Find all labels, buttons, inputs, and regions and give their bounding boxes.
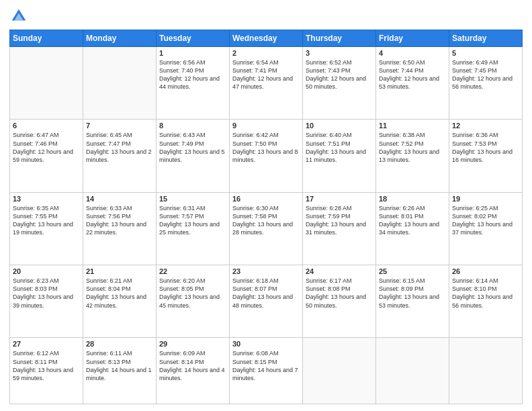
- calendar-cell: 22Sunrise: 6:20 AM Sunset: 8:05 PM Dayli…: [157, 265, 230, 338]
- calendar-table: SundayMondayTuesdayWednesdayThursdayFrid…: [9, 30, 523, 404]
- page: SundayMondayTuesdayWednesdayThursdayFrid…: [0, 0, 532, 411]
- calendar-cell: 2Sunrise: 6:54 AM Sunset: 7:41 PM Daylig…: [230, 47, 303, 120]
- day-number: 18: [379, 195, 446, 203]
- day-number: 6: [13, 122, 80, 130]
- calendar-cell: 26Sunrise: 6:14 AM Sunset: 8:10 PM Dayli…: [449, 265, 523, 338]
- day-number: 25: [379, 267, 446, 275]
- cell-info: Sunrise: 6:17 AM Sunset: 8:08 PM Dayligh…: [306, 277, 373, 310]
- calendar-cell: [83, 47, 157, 120]
- cell-info: Sunrise: 6:15 AM Sunset: 8:09 PM Dayligh…: [379, 277, 446, 310]
- day-number: 5: [452, 49, 519, 57]
- day-number: 22: [159, 267, 226, 275]
- day-number: 7: [86, 122, 153, 130]
- calendar-cell: 27Sunrise: 6:12 AM Sunset: 8:11 PM Dayli…: [10, 338, 83, 404]
- calendar-cell: 7Sunrise: 6:45 AM Sunset: 7:47 PM Daylig…: [83, 120, 157, 192]
- day-number: 28: [86, 340, 153, 348]
- day-number: 8: [159, 122, 226, 130]
- cell-info: Sunrise: 6:12 AM Sunset: 8:11 PM Dayligh…: [13, 349, 80, 382]
- day-number: 2: [232, 49, 300, 57]
- logo-icon: [9, 7, 28, 26]
- cell-info: Sunrise: 6:47 AM Sunset: 7:46 PM Dayligh…: [13, 131, 80, 164]
- calendar-cell: 30Sunrise: 6:08 AM Sunset: 8:15 PM Dayli…: [230, 338, 303, 404]
- day-number: 20: [13, 267, 80, 275]
- day-number: 12: [452, 122, 519, 130]
- cell-info: Sunrise: 6:09 AM Sunset: 8:14 PM Dayligh…: [159, 349, 226, 382]
- cell-info: Sunrise: 6:31 AM Sunset: 7:57 PM Dayligh…: [159, 204, 226, 237]
- calendar-cell: [10, 47, 83, 120]
- cell-info: Sunrise: 6:25 AM Sunset: 8:02 PM Dayligh…: [452, 204, 519, 237]
- cell-info: Sunrise: 6:52 AM Sunset: 7:43 PM Dayligh…: [306, 58, 373, 91]
- day-number: 24: [306, 267, 373, 275]
- logo: [9, 7, 31, 26]
- day-number: 26: [452, 267, 519, 275]
- cell-info: Sunrise: 6:28 AM Sunset: 7:59 PM Dayligh…: [306, 204, 373, 237]
- cell-info: Sunrise: 6:30 AM Sunset: 7:58 PM Dayligh…: [232, 204, 300, 237]
- weekday-header-thursday: Thursday: [303, 30, 376, 47]
- day-number: 1: [159, 49, 226, 57]
- day-number: 10: [306, 122, 373, 130]
- cell-info: Sunrise: 6:35 AM Sunset: 7:55 PM Dayligh…: [13, 204, 80, 237]
- weekday-header-friday: Friday: [376, 30, 449, 47]
- weekday-header-row: SundayMondayTuesdayWednesdayThursdayFrid…: [10, 30, 523, 47]
- calendar-cell: 3Sunrise: 6:52 AM Sunset: 7:43 PM Daylig…: [303, 47, 376, 120]
- calendar-cell: 14Sunrise: 6:33 AM Sunset: 7:56 PM Dayli…: [83, 192, 157, 265]
- day-number: 13: [13, 195, 80, 203]
- day-number: 11: [379, 122, 446, 130]
- day-number: 30: [232, 340, 300, 348]
- weekday-header-tuesday: Tuesday: [157, 30, 230, 47]
- weekday-header-wednesday: Wednesday: [230, 30, 303, 47]
- cell-info: Sunrise: 6:21 AM Sunset: 8:04 PM Dayligh…: [86, 277, 153, 310]
- week-row-3: 13Sunrise: 6:35 AM Sunset: 7:55 PM Dayli…: [10, 192, 523, 265]
- calendar-cell: 18Sunrise: 6:26 AM Sunset: 8:01 PM Dayli…: [376, 192, 449, 265]
- day-number: 21: [86, 267, 153, 275]
- cell-info: Sunrise: 6:14 AM Sunset: 8:10 PM Dayligh…: [452, 277, 519, 310]
- calendar-cell: 6Sunrise: 6:47 AM Sunset: 7:46 PM Daylig…: [10, 120, 83, 192]
- cell-info: Sunrise: 6:43 AM Sunset: 7:49 PM Dayligh…: [159, 131, 226, 164]
- day-number: 17: [306, 195, 373, 203]
- cell-info: Sunrise: 6:49 AM Sunset: 7:45 PM Dayligh…: [452, 58, 519, 91]
- week-row-2: 6Sunrise: 6:47 AM Sunset: 7:46 PM Daylig…: [10, 120, 523, 192]
- calendar-cell: 21Sunrise: 6:21 AM Sunset: 8:04 PM Dayli…: [83, 265, 157, 338]
- cell-info: Sunrise: 6:08 AM Sunset: 8:15 PM Dayligh…: [232, 349, 300, 382]
- day-number: 16: [232, 195, 300, 203]
- calendar-cell: 4Sunrise: 6:50 AM Sunset: 7:44 PM Daylig…: [376, 47, 449, 120]
- calendar-cell: 8Sunrise: 6:43 AM Sunset: 7:49 PM Daylig…: [157, 120, 230, 192]
- calendar-cell: 25Sunrise: 6:15 AM Sunset: 8:09 PM Dayli…: [376, 265, 449, 338]
- cell-info: Sunrise: 6:11 AM Sunset: 8:13 PM Dayligh…: [86, 349, 153, 382]
- calendar-cell: [449, 338, 523, 404]
- week-row-1: 1Sunrise: 6:56 AM Sunset: 7:40 PM Daylig…: [10, 47, 523, 120]
- cell-info: Sunrise: 6:26 AM Sunset: 8:01 PM Dayligh…: [379, 204, 446, 237]
- calendar-cell: [303, 338, 376, 404]
- calendar-cell: 16Sunrise: 6:30 AM Sunset: 7:58 PM Dayli…: [230, 192, 303, 265]
- calendar-cell: 10Sunrise: 6:40 AM Sunset: 7:51 PM Dayli…: [303, 120, 376, 192]
- cell-info: Sunrise: 6:33 AM Sunset: 7:56 PM Dayligh…: [86, 204, 153, 237]
- cell-info: Sunrise: 6:54 AM Sunset: 7:41 PM Dayligh…: [232, 58, 300, 91]
- calendar-cell: 20Sunrise: 6:23 AM Sunset: 8:03 PM Dayli…: [10, 265, 83, 338]
- weekday-header-saturday: Saturday: [449, 30, 523, 47]
- calendar-cell: 19Sunrise: 6:25 AM Sunset: 8:02 PM Dayli…: [449, 192, 523, 265]
- cell-info: Sunrise: 6:36 AM Sunset: 7:53 PM Dayligh…: [452, 131, 519, 164]
- calendar-cell: 12Sunrise: 6:36 AM Sunset: 7:53 PM Dayli…: [449, 120, 523, 192]
- cell-info: Sunrise: 6:56 AM Sunset: 7:40 PM Dayligh…: [159, 58, 226, 91]
- cell-info: Sunrise: 6:18 AM Sunset: 8:07 PM Dayligh…: [232, 277, 300, 310]
- day-number: 29: [159, 340, 226, 348]
- cell-info: Sunrise: 6:42 AM Sunset: 7:50 PM Dayligh…: [232, 131, 300, 164]
- day-number: 23: [232, 267, 300, 275]
- calendar-cell: 24Sunrise: 6:17 AM Sunset: 8:08 PM Dayli…: [303, 265, 376, 338]
- day-number: 19: [452, 195, 519, 203]
- calendar-cell: 13Sunrise: 6:35 AM Sunset: 7:55 PM Dayli…: [10, 192, 83, 265]
- cell-info: Sunrise: 6:23 AM Sunset: 8:03 PM Dayligh…: [13, 277, 80, 310]
- cell-info: Sunrise: 6:38 AM Sunset: 7:52 PM Dayligh…: [379, 131, 446, 164]
- calendar-cell: 28Sunrise: 6:11 AM Sunset: 8:13 PM Dayli…: [83, 338, 157, 404]
- calendar-cell: 5Sunrise: 6:49 AM Sunset: 7:45 PM Daylig…: [449, 47, 523, 120]
- calendar-cell: 1Sunrise: 6:56 AM Sunset: 7:40 PM Daylig…: [157, 47, 230, 120]
- calendar-cell: 9Sunrise: 6:42 AM Sunset: 7:50 PM Daylig…: [230, 120, 303, 192]
- week-row-4: 20Sunrise: 6:23 AM Sunset: 8:03 PM Dayli…: [10, 265, 523, 338]
- calendar-cell: 23Sunrise: 6:18 AM Sunset: 8:07 PM Dayli…: [230, 265, 303, 338]
- cell-info: Sunrise: 6:50 AM Sunset: 7:44 PM Dayligh…: [379, 58, 446, 91]
- day-number: 9: [232, 122, 300, 130]
- cell-info: Sunrise: 6:45 AM Sunset: 7:47 PM Dayligh…: [86, 131, 153, 164]
- cell-info: Sunrise: 6:20 AM Sunset: 8:05 PM Dayligh…: [159, 277, 226, 310]
- week-row-5: 27Sunrise: 6:12 AM Sunset: 8:11 PM Dayli…: [10, 338, 523, 404]
- calendar-cell: 11Sunrise: 6:38 AM Sunset: 7:52 PM Dayli…: [376, 120, 449, 192]
